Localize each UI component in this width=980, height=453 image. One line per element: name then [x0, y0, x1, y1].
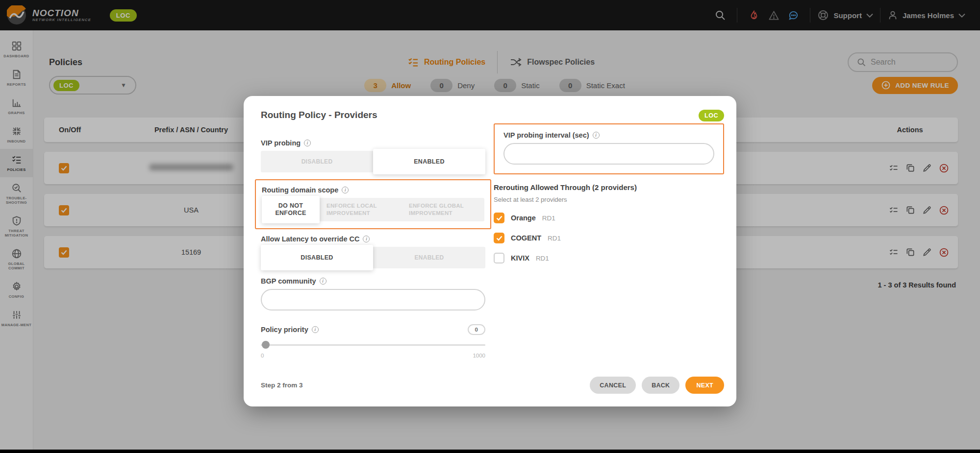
latency-disabled-option[interactable]: DISABLED [261, 245, 373, 270]
info-icon[interactable]: i [312, 326, 319, 333]
check-icon [496, 236, 503, 241]
routing-domain-scope-toggle: DO NOT ENFORCE ENFORCE LOCAL IMPROVEMENT… [262, 198, 484, 221]
bottom-strip [0, 450, 980, 453]
provider-checkbox[interactable] [494, 213, 504, 223]
wizard-step-indicator: Step 2 from 3 [261, 381, 303, 389]
slider-thumb[interactable] [262, 341, 270, 349]
latency-override-toggle: DISABLED ENABLED [261, 247, 485, 268]
slider-track [261, 344, 485, 346]
bgp-community-input[interactable] [261, 289, 485, 310]
next-button[interactable]: NEXT [685, 377, 724, 394]
policy-priority-slider[interactable] [261, 341, 485, 349]
modal-env-badge: LOC [699, 110, 724, 121]
vip-interval-label: VIP probing interval (sec)i [503, 131, 714, 139]
bgp-community-label: BGP communityi [261, 277, 485, 285]
provider-row-kivix[interactable]: KIVIX RD1 [494, 253, 724, 263]
routing-domain-scope-label: Routing domain scopei [262, 186, 484, 194]
provider-checkbox[interactable] [494, 233, 504, 243]
info-icon[interactable]: i [593, 132, 600, 139]
provider-row-cogent[interactable]: COGENT RD1 [494, 233, 724, 243]
check-icon [496, 215, 503, 221]
routing-policy-modal: Routing Policy - Providers LOC VIP probi… [244, 96, 736, 406]
modal-title: Routing Policy - Providers [261, 110, 377, 120]
slider-range: 0 1000 [261, 353, 485, 358]
rerouting-subtitle: Select at least 2 providers [494, 196, 724, 203]
provider-row-orange[interactable]: Orange RD1 [494, 213, 724, 223]
vip-probing-disabled-option[interactable]: DISABLED [261, 151, 373, 172]
info-icon[interactable]: i [304, 140, 311, 146]
vip-probing-label: VIP probingi [261, 139, 485, 147]
vip-interval-highlight: VIP probing interval (sec)i [494, 123, 724, 174]
scope-enforce-local-option[interactable]: ENFORCE LOCAL IMPROVEMENT [320, 198, 402, 221]
back-button[interactable]: BACK [642, 377, 679, 394]
latency-enabled-option[interactable]: ENABLED [373, 247, 485, 268]
scope-enforce-global-option[interactable]: ENFORCE GLOBAL IMPROVEMENT [402, 198, 484, 221]
scope-do-not-enforce-option[interactable]: DO NOT ENFORCE [262, 196, 320, 223]
slider-max: 1000 [473, 353, 485, 358]
policy-priority-label: Policy priorityi [261, 326, 319, 334]
cancel-button[interactable]: CANCEL [590, 377, 636, 394]
vip-interval-input[interactable] [503, 143, 714, 165]
rerouting-title: Rerouting Allowed Through (2 providers) [494, 183, 724, 191]
provider-checkbox[interactable] [494, 253, 504, 263]
policy-priority-value: 0 [468, 324, 485, 335]
info-icon[interactable]: i [342, 187, 349, 193]
vip-probing-enabled-option[interactable]: ENABLED [373, 149, 485, 174]
routing-domain-scope-highlight: Routing domain scopei DO NOT ENFORCE ENF… [255, 179, 491, 229]
app-screen: NOCTION NETWORK INTELLIGENCE LOC [0, 0, 980, 453]
vip-probing-toggle: DISABLED ENABLED [261, 151, 485, 172]
slider-min: 0 [261, 353, 264, 358]
info-icon[interactable]: i [363, 236, 370, 242]
info-icon[interactable]: i [320, 278, 327, 285]
latency-override-label: Allow Latency to override CCi [261, 235, 485, 243]
